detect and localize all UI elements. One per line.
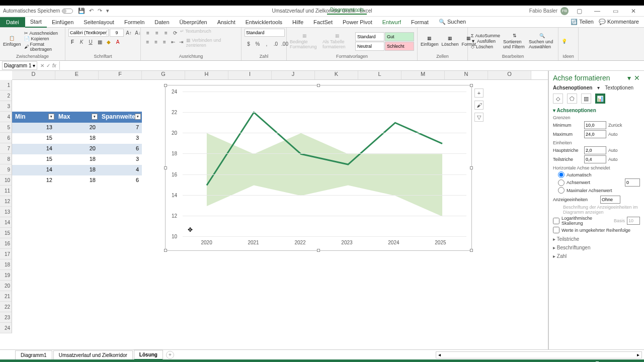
search[interactable]: 🔍 Suchen xyxy=(434,17,471,27)
filter-icon[interactable]: ▾ xyxy=(48,114,54,120)
align-left-icon[interactable]: ≡ xyxy=(144,38,151,46)
reverse-check[interactable] xyxy=(553,227,559,233)
indent-dec-icon[interactable]: ⇤ xyxy=(169,38,177,46)
log-scale-check[interactable] xyxy=(553,218,559,224)
tab-factset[interactable]: FactSet xyxy=(308,17,338,27)
row-header[interactable]: 4 xyxy=(0,112,12,122)
tab-view[interactable]: Ansicht xyxy=(212,17,240,27)
row-header[interactable]: 5 xyxy=(0,122,12,133)
table-row[interactable]: 12186 xyxy=(12,175,142,186)
delete-cells-button[interactable]: ▦Löschen xyxy=(442,36,459,47)
row-header[interactable]: 8 xyxy=(0,154,12,164)
format-table-button[interactable]: ▦Als Tabelle formatieren xyxy=(323,33,352,49)
align-mid-icon[interactable]: ≡ xyxy=(153,29,161,37)
format-painter-button[interactable]: 🖌 Format übertragen xyxy=(24,42,62,52)
axis-options-icon[interactable]: 📊 xyxy=(595,94,605,104)
row-header[interactable]: 2 xyxy=(0,90,12,101)
tab-design[interactable]: Entwurf xyxy=(377,17,406,27)
name-box[interactable]: Diagramm 1▾ xyxy=(2,61,37,70)
currency-icon[interactable]: $ xyxy=(245,40,253,48)
column-header[interactable]: J xyxy=(272,71,315,79)
filter-icon[interactable]: ▾ xyxy=(135,114,141,120)
row-header[interactable]: 18 xyxy=(0,259,12,270)
cross-auto-radio[interactable] xyxy=(558,171,565,178)
tab-format[interactable]: Format xyxy=(406,17,434,27)
cross-value-radio[interactable] xyxy=(558,179,565,186)
ribbon-options-icon[interactable]: ▢ xyxy=(572,8,587,15)
underline-icon[interactable]: U xyxy=(87,38,95,46)
row-header[interactable]: 20 xyxy=(0,281,12,291)
style-standard[interactable]: Standard xyxy=(355,32,384,41)
row-header[interactable]: 6 xyxy=(0,133,12,143)
cut-button[interactable]: ✂ Ausschneiden xyxy=(24,31,62,36)
row-header[interactable]: 17 xyxy=(0,249,12,259)
ticks-section[interactable]: ▸ Teilstriche xyxy=(553,236,640,242)
labels-section[interactable]: ▸ Beschriftungen xyxy=(553,245,640,250)
major-unit-input[interactable] xyxy=(584,146,606,154)
table-row[interactable]: 14206 xyxy=(12,144,142,154)
row-header[interactable]: 21 xyxy=(0,291,12,302)
user-name[interactable]: Fabio Basler xyxy=(529,8,557,14)
size-icon[interactable]: ▥ xyxy=(581,94,591,104)
comments-button[interactable]: 💬 Kommentare xyxy=(599,19,639,25)
italic-icon[interactable]: K xyxy=(77,38,86,46)
align-center-icon[interactable]: ≡ xyxy=(152,38,160,46)
font-color-icon[interactable]: A xyxy=(114,38,122,46)
orientation-icon[interactable]: ⟳ xyxy=(171,29,179,37)
column-header[interactable]: H xyxy=(185,71,228,79)
column-header[interactable]: F xyxy=(99,71,142,79)
col-header-max[interactable]: Max▾ xyxy=(55,112,99,123)
insert-cells-button[interactable]: ▦Einfügen xyxy=(421,36,439,47)
column-header[interactable]: I xyxy=(228,71,272,79)
number-format-select[interactable] xyxy=(245,29,285,37)
avatar[interactable]: FB xyxy=(560,7,569,15)
align-right-icon[interactable]: ≡ xyxy=(161,38,169,46)
qat-more-icon[interactable]: ▾ xyxy=(106,8,109,14)
row-header[interactable]: 23 xyxy=(0,312,12,323)
comma-icon[interactable]: , xyxy=(263,40,271,48)
formula-input[interactable] xyxy=(59,61,644,70)
increase-font-icon[interactable]: A↑ xyxy=(125,29,133,37)
effects-icon[interactable]: ⬠ xyxy=(567,94,577,104)
align-bot-icon[interactable]: ≡ xyxy=(162,29,170,37)
save-icon[interactable]: 💾 xyxy=(78,8,85,14)
undo-icon[interactable]: ↶ xyxy=(89,8,94,14)
row-header[interactable]: 13 xyxy=(0,207,12,217)
column-header[interactable]: D xyxy=(12,71,55,79)
tab-help[interactable]: Hilfe xyxy=(287,17,308,27)
font-name-select[interactable] xyxy=(68,29,109,37)
col-header-span[interactable]: Spannweite▾ xyxy=(99,112,142,123)
minor-unit-input[interactable] xyxy=(584,155,606,163)
column-header[interactable]: M xyxy=(401,71,445,79)
style-neutral[interactable]: Neutral xyxy=(355,42,384,51)
row-header[interactable]: 12 xyxy=(0,196,12,207)
sheet-tab[interactable]: Umsatzverlauf und Zielkorridor xyxy=(53,350,133,359)
col-header-min[interactable]: Min▾ xyxy=(12,112,55,123)
column-header[interactable]: E xyxy=(55,71,99,79)
find-select-button[interactable]: 🔍Suchen und Auswählen xyxy=(529,33,555,49)
sheet-tab[interactable]: Diagramm1 xyxy=(15,350,52,359)
row-header[interactable]: 24 xyxy=(0,323,12,333)
bold-icon[interactable]: F xyxy=(68,38,76,46)
axis-options-section[interactable]: ▾ Achsenoptionen xyxy=(553,108,640,113)
row-header[interactable]: 7 xyxy=(0,143,12,154)
tab-formulas[interactable]: Formeln xyxy=(119,17,149,27)
style-good[interactable]: Gut xyxy=(385,32,414,41)
axis-min-input[interactable] xyxy=(584,121,606,129)
axis-max-input[interactable] xyxy=(584,130,606,138)
redo-icon[interactable]: ↷ xyxy=(98,8,102,14)
column-header[interactable]: G xyxy=(142,71,185,79)
chart-filter-icon[interactable]: ▽ xyxy=(474,113,484,122)
reset-button[interactable]: Zurück xyxy=(608,123,622,128)
copy-button[interactable]: 📄 Kopieren xyxy=(24,36,62,41)
row-header[interactable]: 15 xyxy=(0,228,12,238)
autosave-toggle[interactable]: Automatisches Speichern xyxy=(3,8,73,14)
file-tab[interactable]: Datei xyxy=(0,17,25,27)
fill-button[interactable]: ▼ Ausfüllen xyxy=(471,39,500,44)
border-icon[interactable]: ▦ xyxy=(96,38,104,46)
text-options-tab[interactable]: Textoptionen xyxy=(605,85,633,90)
row-header[interactable]: 16 xyxy=(0,238,12,249)
auto-button[interactable]: Auto xyxy=(608,132,618,137)
column-header[interactable]: K xyxy=(315,71,358,79)
share-button[interactable]: 🔃 Teilen xyxy=(571,19,594,25)
